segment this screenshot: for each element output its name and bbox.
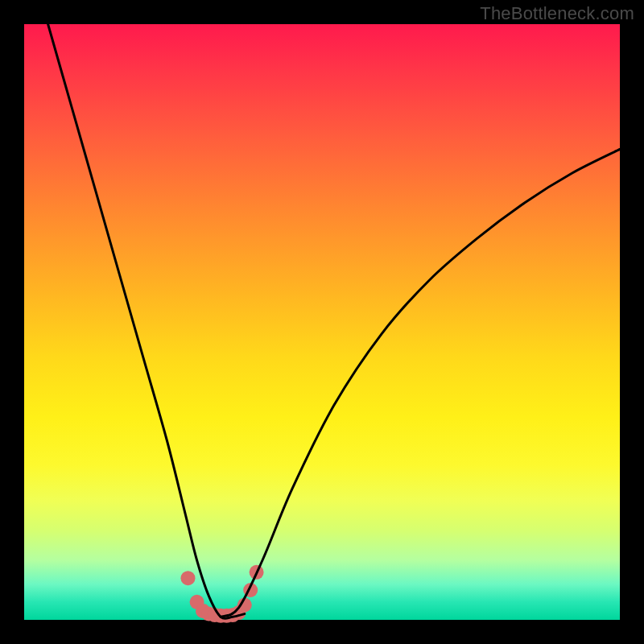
highlight-dot bbox=[181, 571, 196, 585]
chart-frame: TheBottleneck.com bbox=[0, 0, 644, 644]
watermark-text: TheBottleneck.com bbox=[480, 3, 634, 24]
chart-svg bbox=[24, 24, 620, 620]
left-curve bbox=[48, 24, 245, 618]
right-curve bbox=[221, 149, 620, 617]
highlight-markers bbox=[181, 565, 264, 623]
